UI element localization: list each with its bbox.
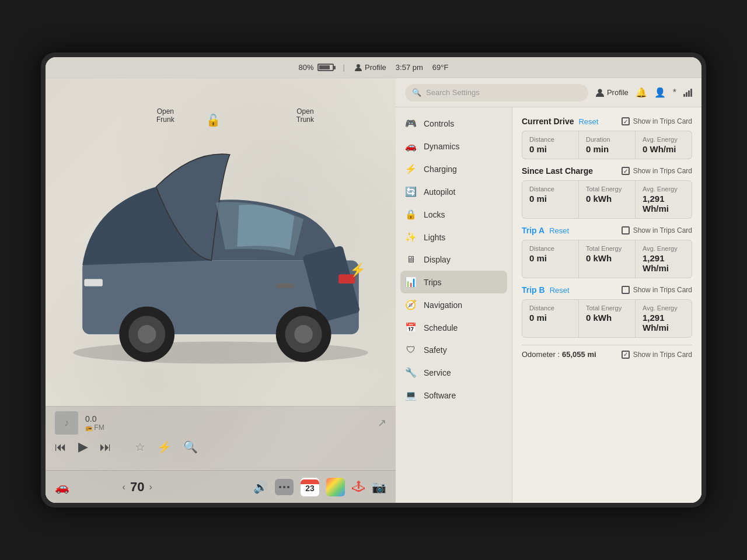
- car-icon[interactable]: 🚗: [55, 480, 69, 494]
- screen-frame: 80% | Profile 3:57 pm 69°F: [41, 52, 706, 508]
- signal-bar-1: [683, 94, 685, 97]
- distance-value-ta: 0 mi: [529, 253, 571, 263]
- trip-a-checkbox[interactable]: [622, 226, 630, 235]
- since-last-charge-checkbox[interactable]: ✓: [622, 167, 630, 175]
- menu-item-software[interactable]: 💻 Software: [396, 384, 512, 407]
- menu-item-dynamics[interactable]: 🚗 Dynamics: [396, 135, 512, 158]
- equalizer-button[interactable]: ⚡: [157, 440, 172, 454]
- trip-a-title: Trip A: [522, 226, 544, 235]
- prev-track-button[interactable]: ⏮: [55, 440, 67, 454]
- current-drive-show-trips: ✓ Show in Trips Card: [622, 117, 692, 125]
- current-drive-section: Current Drive Reset ✓ Show in Trips Card…: [522, 117, 692, 159]
- autopilot-icon: 🔄: [405, 186, 417, 197]
- distance-label-ta: Distance: [529, 245, 571, 252]
- svg-point-9: [294, 325, 313, 344]
- profile-person-icon: [595, 88, 605, 97]
- current-drive-stats: Distance 0 mi Duration 0 min Avg. Energy…: [522, 131, 692, 159]
- total-energy-value-slc: 0 kWh: [586, 194, 628, 204]
- distance-value-cd: 0 mi: [529, 144, 571, 154]
- odometer-show-label: Show in Trips Card: [633, 351, 692, 359]
- since-last-charge-show-trips: ✓ Show in Trips Card: [622, 167, 692, 175]
- car-image: ⚡: [46, 78, 396, 406]
- speed-decrease-button[interactable]: ‹: [123, 482, 125, 492]
- puzzle-app-icon[interactable]: [326, 478, 345, 496]
- bell-icon[interactable]: 🔔: [636, 87, 647, 98]
- status-bar: 80% | Profile 3:57 pm 69°F: [46, 57, 701, 78]
- bluetooth-icon[interactable]: *: [673, 88, 676, 98]
- favorite-button[interactable]: ☆: [135, 440, 145, 454]
- battery-section: 80%: [299, 63, 334, 72]
- trip-b-reset-button[interactable]: Reset: [550, 286, 570, 295]
- current-drive-distance-cell: Distance 0 mi: [522, 131, 578, 159]
- music-expand-icon[interactable]: ↗: [378, 416, 386, 429]
- car-lock-icon[interactable]: 🔓: [206, 113, 221, 127]
- distance-label-tb: Distance: [529, 304, 571, 312]
- current-drive-checkbox[interactable]: ✓: [622, 117, 630, 125]
- trip-b-checkbox[interactable]: [622, 286, 630, 294]
- svg-rect-10: [84, 279, 103, 286]
- service-icon: 🔧: [405, 367, 417, 378]
- music-player: ♪ 0.0 📻 FM ↗ ⏮ ▶ ⏭: [46, 406, 396, 470]
- menu-item-safety[interactable]: 🛡 Safety: [396, 339, 512, 361]
- battery-percentage: 80%: [299, 63, 314, 72]
- menu-item-charging[interactable]: ⚡ Charging: [396, 158, 512, 180]
- open-trunk-button[interactable]: Open Trunk: [296, 107, 314, 124]
- menu-item-trips[interactable]: 📊 Trips: [400, 271, 507, 293]
- trip-b-show-trips: Show in Trips Card: [622, 286, 692, 294]
- trip-b-title: Trip B: [522, 285, 545, 295]
- current-drive-reset-button[interactable]: Reset: [578, 117, 598, 126]
- person-icon-header[interactable]: 👤: [654, 87, 666, 98]
- menu-item-controls[interactable]: 🎮 Controls: [396, 112, 512, 135]
- settings-header: 🔍 Search Settings Profile 🔔 👤: [396, 78, 701, 107]
- profile-status-section[interactable]: Profile: [354, 63, 386, 72]
- navigation-icon: 🧭: [405, 299, 417, 310]
- signal-bar-3: [688, 90, 690, 97]
- music-title: 0.0: [85, 414, 371, 424]
- current-drive-show-label: Show in Trips Card: [633, 117, 692, 125]
- play-button[interactable]: ▶: [78, 439, 88, 454]
- total-energy-label-ta: Total Energy: [586, 245, 628, 252]
- next-track-button[interactable]: ⏭: [100, 440, 111, 454]
- locks-icon: 🔒: [405, 209, 417, 220]
- avg-energy-label-tb: Avg. Energy: [643, 304, 685, 312]
- search-placeholder: Search Settings: [426, 88, 480, 97]
- energy-value-cd: 0 Wh/mi: [643, 144, 685, 154]
- since-last-charge-distance-cell: Distance 0 mi: [522, 181, 578, 218]
- menu-item-schedule[interactable]: 📅 Schedule: [396, 316, 512, 339]
- odometer-show-trips: ✓ Show in Trips Card: [622, 351, 692, 359]
- camera-app-icon[interactable]: 📷: [372, 480, 386, 494]
- profile-status-label: Profile: [365, 63, 386, 72]
- calendar-app-icon[interactable]: 23: [301, 478, 319, 496]
- menu-item-lights[interactable]: ✨ Lights: [396, 226, 512, 249]
- search-icon: 🔍: [412, 88, 421, 97]
- battery-icon: [317, 64, 334, 71]
- dynamics-label: Dynamics: [424, 142, 459, 151]
- speed-display: 70: [130, 480, 144, 495]
- search-music-button[interactable]: 🔍: [183, 440, 198, 454]
- odometer-value: 65,055 mi: [562, 350, 596, 359]
- profile-header-button[interactable]: Profile: [595, 88, 629, 97]
- menu-item-display[interactable]: 🖥 Display: [396, 249, 512, 271]
- music-subtitle: 📻 FM: [85, 424, 371, 432]
- trip-b-show-label: Show in Trips Card: [633, 286, 692, 294]
- music-info: ♪ 0.0 📻 FM ↗: [55, 411, 386, 435]
- menu-item-autopilot[interactable]: 🔄 Autopilot: [396, 180, 512, 203]
- main-content: Open Frunk 🔓 Open Trunk: [46, 78, 701, 503]
- menu-item-service[interactable]: 🔧 Service: [396, 361, 512, 384]
- search-bar[interactable]: 🔍 Search Settings: [405, 84, 588, 102]
- game-app-icon[interactable]: 🕹: [352, 480, 365, 495]
- total-energy-label-slc: Total Energy: [586, 186, 628, 192]
- menu-item-locks[interactable]: 🔒 Locks: [396, 203, 512, 226]
- dot-2: [283, 486, 285, 488]
- current-time: 3:57 pm: [396, 63, 423, 72]
- more-apps-button[interactable]: [275, 479, 294, 495]
- volume-icon[interactable]: 🔊: [253, 480, 268, 494]
- open-frunk-button[interactable]: Open Frunk: [156, 107, 174, 124]
- odometer-checkbox[interactable]: ✓: [622, 351, 630, 359]
- schedule-icon: 📅: [405, 322, 417, 333]
- person-icon: [354, 64, 362, 72]
- menu-item-navigation[interactable]: 🧭 Navigation: [396, 293, 512, 316]
- trip-a-reset-button[interactable]: Reset: [549, 226, 569, 235]
- charging-label: Charging: [424, 164, 457, 174]
- speed-increase-button[interactable]: ›: [149, 482, 152, 492]
